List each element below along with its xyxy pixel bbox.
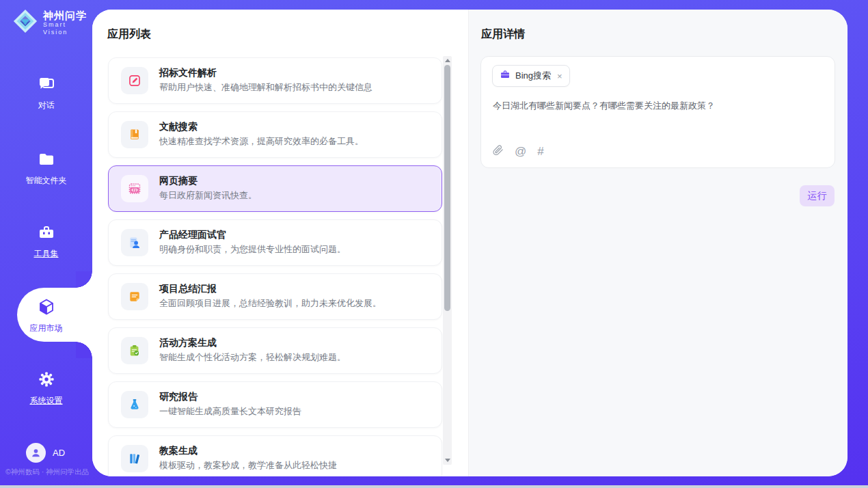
mention-icon[interactable]: @ [515,146,526,158]
app-card-description: 快速精准查找学术资源，提高研究效率的必备工具。 [159,135,364,148]
sidebar-item-label: 智能文件夹 [26,175,67,187]
app-card-description: 每日政府新闻资讯快查。 [159,189,257,202]
app-detail-panel: 应用详情 Bing搜索 × 今日湖北有哪些新闻要点？有哪些需要关注的最新政策？ [468,10,847,476]
user-name: AD [53,448,65,458]
app-card-description: 明确身份和职责，为您提供专业性的面试问题。 [159,243,346,256]
avatar [26,443,46,463]
attachment-icon[interactable] [492,144,504,159]
app-card-literature-search[interactable]: 文献搜索 快速精准查找学术资源，提高研究效率的必备工具。 [108,111,442,158]
app-card-title: 网页摘要 [159,175,198,187]
interviewer-icon [121,229,148,256]
brand-subtitle: Smart Vision [43,21,92,36]
clipboard-check-icon [121,337,148,364]
flask-icon [121,391,148,418]
toolbox-icon [38,223,55,244]
app-card-description: 全面回顾项目进展，总结经验教训，助力未来优化发展。 [159,297,381,310]
folder-icon [38,150,55,171]
app-card-web-summary[interactable]: 网页摘要 每日政府新闻资讯快查。 [108,165,442,212]
main-panel: 应用列表 招标文件解析 帮助用户快速、准确地理解和解析招标书中的关键信息 [92,10,847,476]
app-card-title: 产品经理面试官 [159,229,226,241]
chip-close-icon[interactable]: × [556,71,562,81]
gear-icon [38,370,55,391]
sidebar-active-notch-bottom [76,342,92,358]
book-icon [121,121,148,148]
app-card-title: 项目总结汇报 [159,283,217,295]
hash-icon[interactable]: # [537,146,543,158]
briefcase-icon [500,69,511,83]
app-card-pm-interviewer[interactable]: 产品经理面试官 明确身份和职责，为您提供专业性的面试问题。 [108,219,442,266]
sidebar-item-label: 应用市场 [30,323,63,334]
edit-doc-icon [121,67,148,94]
brand-title: 神州问学 [43,10,92,21]
app-card-description: 一键智能生成高质量长文本研究报告 [159,405,301,418]
app-card-bid-analysis[interactable]: 招标文件解析 帮助用户快速、准确地理解和解析招标书中的关键信息 [108,57,442,104]
user-account[interactable]: AD [26,443,65,463]
app-card-title: 活动方案生成 [159,337,217,349]
app-card-lesson-plan[interactable]: 教案生成 模板驱动，教案秒成，教学准备从此轻松快捷 [108,435,442,476]
brand-logo: 神州问学 Smart Vision [12,8,92,37]
app-card-title: 教案生成 [159,445,198,457]
prompt-card: Bing搜索 × 今日湖北有哪些新闻要点？有哪些需要关注的最新政策？ @ # [480,56,835,168]
app-card-title: 文献搜索 [159,121,198,133]
cube-icon [38,298,55,318]
scroll-up-arrow-icon[interactable] [443,56,452,65]
brand-diamond-icon [12,8,38,37]
scrollbar-thumb[interactable] [444,65,450,311]
sidebar-item-toolset[interactable]: 工具集 [0,223,92,260]
app-card-event-plan[interactable]: 活动方案生成 智能生成个性化活动方案，轻松解决规划难题。 [108,327,442,374]
sidebar-item-settings[interactable]: 系统设置 [0,370,92,407]
window-bottom-edge [0,485,868,488]
sidebar: 神州问学 Smart Vision 对话 智能文件夹 [0,0,92,488]
app-card-title: 招标文件解析 [159,67,217,79]
sidebar-item-label: 对话 [38,100,55,111]
app-card-description: 帮助用户快速、准确地理解和解析招标书中的关键信息 [159,81,372,94]
sidebar-item-chat[interactable]: 对话 [0,75,92,111]
app-card-description: 模板驱动，教案秒成，教学准备从此轻松快捷 [159,459,337,472]
app-list-panel: 应用列表 招标文件解析 帮助用户快速、准确地理解和解析招标书中的关键信息 [92,10,468,476]
composer-toolbar: @ # [492,144,544,159]
sidebar-active-notch-top [76,271,92,288]
scroll-down-arrow-icon[interactable] [443,456,452,465]
sidebar-item-smart-folder[interactable]: 智能文件夹 [0,150,92,187]
sidebar-item-app-market[interactable]: 应用市场 [0,298,92,334]
tool-chip-label: Bing搜索 [515,70,551,82]
app-list-scrollbar[interactable] [443,56,452,465]
app-list: 招标文件解析 帮助用户快速、准确地理解和解析招标书中的关键信息 文献搜索 快速精… [108,57,442,476]
sidebar-item-label: 工具集 [34,248,59,260]
run-button[interactable]: 运行 [800,185,835,206]
webpage-icon [121,175,148,202]
books-icon [121,445,148,472]
app-card-description: 智能生成个性化活动方案，轻松解决规划难题。 [159,351,346,364]
copyright-text: ©神州数码 · 神州问学出品 [5,467,92,477]
app-card-title: 研究报告 [159,391,198,403]
note-icon [121,283,148,310]
sidebar-item-label: 系统设置 [30,395,63,407]
app-card-research-report[interactable]: 研究报告 一键智能生成高质量长文本研究报告 [108,381,442,428]
query-text-input[interactable]: 今日湖北有哪些新闻要点？有哪些需要关注的最新政策？ [493,99,824,112]
app-card-project-summary[interactable]: 项目总结汇报 全面回顾项目进展，总结经验教训，助力未来优化发展。 [108,273,442,320]
app-list-title: 应用列表 [107,27,151,42]
chat-icon [38,75,55,96]
tool-chip-bing-search[interactable]: Bing搜索 × [492,65,570,87]
app-detail-title: 应用详情 [481,27,525,42]
